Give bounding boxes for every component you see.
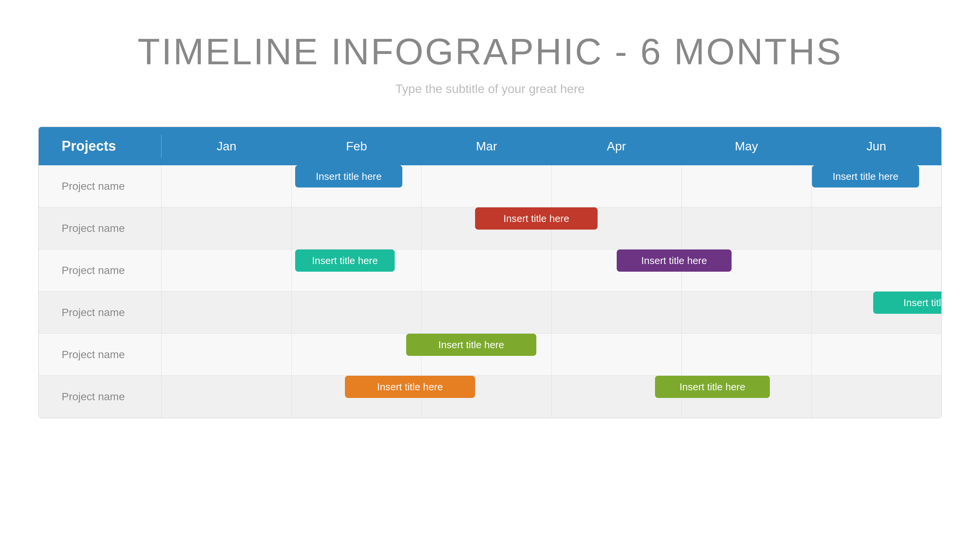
row-6-cell-may bbox=[681, 376, 812, 418]
row-5-cell-apr bbox=[551, 334, 681, 375]
gantt-row-2: Project name Insert title here bbox=[39, 207, 941, 249]
gantt-body: Project name Insert title here Insert ti… bbox=[39, 165, 941, 418]
row-2-cell-jun bbox=[811, 207, 941, 249]
row-6-cell-apr bbox=[551, 376, 681, 418]
row-6-cell-feb bbox=[291, 376, 421, 418]
row-5-cell-jun bbox=[811, 334, 941, 375]
row-3-cell-apr bbox=[551, 249, 681, 291]
row-3-label: Project name bbox=[39, 264, 161, 277]
row-3-cell-mar bbox=[421, 249, 551, 291]
row-5-cell-may bbox=[681, 334, 812, 375]
row-5-cell-mar bbox=[421, 334, 551, 375]
row-4-cell-feb bbox=[291, 292, 421, 333]
row-1-cell-jun bbox=[811, 165, 941, 207]
row-1-cell-mar bbox=[421, 165, 551, 207]
row-3-cell-feb bbox=[291, 249, 421, 291]
row-6-cell-mar bbox=[421, 376, 551, 418]
row-4-cell-mar bbox=[421, 292, 551, 333]
row-4-cell-jun bbox=[811, 292, 941, 333]
header-month-may: May bbox=[681, 139, 812, 153]
row-4-label: Project name bbox=[39, 306, 161, 319]
gantt-row-6: Project name Insert title here Insert ti… bbox=[39, 376, 941, 418]
row-4-cell-may bbox=[681, 292, 812, 333]
row-4-cell-apr bbox=[551, 292, 681, 333]
row-6-cell-jan bbox=[161, 376, 291, 418]
row-6-label: Project name bbox=[39, 391, 161, 403]
row-1-cell-feb bbox=[291, 165, 421, 207]
gantt-row-4: Project name Insert title here bbox=[39, 292, 941, 334]
row-1-label: Project name bbox=[39, 180, 161, 192]
row-4-cell-jan bbox=[161, 292, 291, 333]
header-month-apr: Apr bbox=[552, 139, 682, 153]
header-month-jun: Jun bbox=[812, 139, 942, 153]
row-5-cell-jan bbox=[161, 334, 291, 375]
header-projects-label: Projects bbox=[39, 138, 161, 154]
row-6-cell-jun bbox=[811, 376, 941, 418]
gantt-row-5: Project name Insert title here bbox=[39, 334, 941, 376]
row-3-cell-jan bbox=[161, 249, 291, 291]
row-3-cell-jun bbox=[811, 249, 941, 291]
header-month-jan: Jan bbox=[162, 139, 292, 153]
row-2-cell-may bbox=[681, 207, 812, 249]
gantt-chart: Projects Jan Feb Mar Apr May Jun Project… bbox=[38, 127, 942, 418]
page-subtitle: Type the subtitle of your great here bbox=[395, 82, 585, 96]
row-5-cell-feb bbox=[291, 334, 421, 375]
row-2-cell-jan bbox=[161, 207, 291, 249]
gantt-row-1: Project name Insert title here Insert ti… bbox=[39, 165, 941, 207]
row-1-cell-apr bbox=[551, 165, 681, 207]
row-2-cell-feb bbox=[291, 207, 421, 249]
row-1-cell-jan bbox=[161, 165, 291, 207]
header-month-mar: Mar bbox=[421, 139, 552, 153]
header-month-feb: Feb bbox=[292, 139, 422, 153]
row-2-label: Project name bbox=[39, 222, 161, 235]
gantt-header: Projects Jan Feb Mar Apr May Jun bbox=[39, 127, 941, 165]
gantt-row-3: Project name Insert title here Insert ti… bbox=[39, 249, 941, 292]
row-3-cell-may bbox=[681, 249, 812, 291]
row-5-label: Project name bbox=[39, 349, 161, 361]
row-2-cell-apr bbox=[551, 207, 681, 249]
page-title: TIMELINE INFOGRAPHIC - 6 MONTHS bbox=[137, 31, 842, 73]
row-1-cell-may bbox=[681, 165, 812, 207]
row-2-cell-mar bbox=[421, 207, 551, 249]
